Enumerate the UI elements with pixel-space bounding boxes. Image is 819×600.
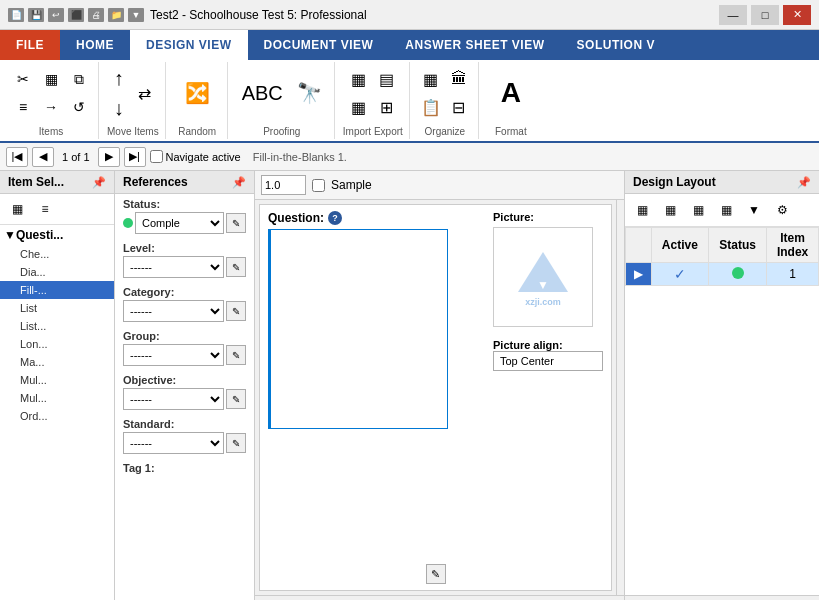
dropdown-arrow[interactable]: ▼ — [128, 8, 144, 22]
layout-btn3[interactable]: ▦ — [685, 197, 711, 223]
table-row[interactable]: ▶ ✓ 1 — [626, 263, 819, 286]
left-toolbar-btn2[interactable]: ≡ — [32, 196, 58, 222]
tab-solution[interactable]: SOLUTION V — [561, 30, 671, 60]
maximize-button[interactable]: □ — [751, 5, 779, 25]
tree-item-fill[interactable]: Fill-... — [0, 281, 114, 299]
move-up-button[interactable]: ↑ — [108, 64, 130, 92]
org-btn3[interactable]: 📋 — [418, 94, 444, 120]
undo-button[interactable]: ↺ — [66, 94, 92, 120]
table-btn1[interactable]: ▦ — [346, 66, 372, 92]
status-green-dot — [732, 267, 744, 279]
importexport-buttons: ▦ ▤ ▦ ⊞ — [346, 66, 400, 120]
vertical-scrollbar[interactable] — [616, 200, 624, 595]
tree-item-dia[interactable]: Dia... — [0, 263, 114, 281]
org-btn1[interactable]: ▦ — [418, 66, 444, 92]
copy-button[interactable]: ⧉ — [66, 66, 92, 92]
sample-checkbox[interactable] — [312, 179, 325, 192]
minimize-button[interactable]: — — [719, 5, 747, 25]
shuffle-button[interactable]: ⇄ — [132, 80, 158, 106]
tree-item-mul2[interactable]: Mul... — [0, 389, 114, 407]
tree-item-list[interactable]: List — [0, 299, 114, 317]
items-group-content: ✂ ▦ ⧉ ≡ → ↺ — [10, 64, 92, 122]
tab-answer-sheet[interactable]: ANSWER SHEET VIEW — [389, 30, 560, 60]
edit-pencil-icon[interactable]: ✎ — [426, 564, 446, 584]
question-text-input[interactable] — [268, 229, 448, 429]
bottom-icon: ✎ — [426, 564, 446, 584]
layout-settings[interactable]: ⚙ — [769, 197, 795, 223]
question-label: Question: ? — [268, 211, 485, 225]
list-button[interactable]: ≡ — [10, 94, 36, 120]
question-info-icon[interactable]: ? — [328, 211, 342, 225]
status-edit-btn[interactable]: ✎ — [226, 213, 246, 233]
cut-button[interactable]: ✂ — [10, 66, 36, 92]
nav-next-button[interactable]: ▶ — [98, 147, 120, 167]
layout-btn1[interactable]: ▦ — [629, 197, 655, 223]
tab-file[interactable]: FILE — [0, 30, 60, 60]
table-btn4[interactable]: ⊞ — [374, 94, 400, 120]
org-btn2[interactable]: 🏛 — [446, 66, 472, 92]
spell-button[interactable]: ABC — [236, 79, 289, 107]
row-index: 1 — [767, 263, 819, 286]
group-edit-btn[interactable]: ✎ — [226, 345, 246, 365]
references-pin-icon[interactable]: 📌 — [232, 176, 246, 189]
level-label: Level: — [123, 242, 246, 254]
category-select[interactable]: ------ — [123, 300, 224, 322]
left-toolbar-btn1[interactable]: ▦ — [4, 196, 30, 222]
app-icon-2: 💾 — [28, 8, 44, 22]
objective-group: Objective: ------ ✎ — [115, 370, 254, 414]
move-down-button[interactable]: ↓ — [108, 94, 130, 122]
tab-design-view[interactable]: DESIGN VIEW — [130, 30, 248, 60]
layout-btn2[interactable]: ▦ — [657, 197, 683, 223]
nav-first-button[interactable]: |◀ — [6, 147, 28, 167]
horizontal-scrollbar[interactable] — [255, 595, 624, 600]
objective-edit-btn[interactable]: ✎ — [226, 389, 246, 409]
design-layout-hscroll[interactable] — [625, 595, 819, 600]
tree-item-ord[interactable]: Ord... — [0, 407, 114, 425]
move-group-content: ↑ ↓ ⇄ — [108, 64, 158, 122]
navigate-active-checkbox[interactable]: Navigate active — [150, 150, 241, 163]
references-panel: References 📌 Status: Comple ✎ Level: — [115, 171, 255, 600]
watermark: ▼ xzji.com — [513, 247, 573, 307]
layout-dropdown[interactable]: ▼ — [741, 197, 767, 223]
standard-edit-btn[interactable]: ✎ — [226, 433, 246, 453]
level-select[interactable]: ------ — [123, 256, 224, 278]
tab-document-view[interactable]: DOCUMENT VIEW — [248, 30, 390, 60]
binoculars-button[interactable]: 🔭 — [291, 79, 328, 107]
tree-item-che[interactable]: Che... — [0, 245, 114, 263]
random-group-content: 🔀 — [179, 64, 216, 122]
tree-item-mul[interactable]: Mul... — [0, 371, 114, 389]
table-btn2[interactable]: ▤ — [374, 66, 400, 92]
table-btn3[interactable]: ▦ — [346, 94, 372, 120]
tree-item-ma[interactable]: Ma... — [0, 353, 114, 371]
navigate-active-label: Navigate active — [166, 151, 241, 163]
category-edit-btn[interactable]: ✎ — [226, 301, 246, 321]
arrow-right-button[interactable]: → — [38, 94, 64, 120]
level-edit-btn[interactable]: ✎ — [226, 257, 246, 277]
nav-prev-button[interactable]: ◀ — [32, 147, 54, 167]
close-button[interactable]: ✕ — [783, 5, 811, 25]
nav-last-button[interactable]: ▶| — [124, 147, 146, 167]
tab-home[interactable]: HOME — [60, 30, 130, 60]
random-button[interactable]: 🔀 — [179, 79, 216, 107]
col-status: Status — [709, 228, 767, 263]
navigate-active-check[interactable] — [150, 150, 163, 163]
item-tree: ▼ Questi... Che... Dia... Fill-... List … — [0, 225, 114, 600]
design-layout-pin[interactable]: 📌 — [797, 176, 811, 189]
tree-item-lon[interactable]: Lon... — [0, 335, 114, 353]
tree-parent-questions[interactable]: ▼ Questi... — [0, 225, 114, 245]
org-btn4[interactable]: ⊟ — [446, 94, 472, 120]
group-select[interactable]: ------ — [123, 344, 224, 366]
pin-icon[interactable]: 📌 — [92, 176, 106, 189]
titlebar-left: 📄 💾 ↩ ⬛ 🖨 📁 ▼ Test2 - Schoolhouse Test 5… — [8, 8, 367, 22]
zoom-input[interactable] — [261, 175, 306, 195]
font-button[interactable]: A — [495, 75, 527, 111]
edit-area: Sample Question: ? Picture: — [255, 171, 624, 600]
objective-select[interactable]: ------ — [123, 388, 224, 410]
items-buttons-grid: ✂ ▦ ⧉ ≡ → ↺ — [10, 66, 92, 120]
tree-item-list2[interactable]: List... — [0, 317, 114, 335]
layout-btn4[interactable]: ▦ — [713, 197, 739, 223]
standard-select[interactable]: ------ — [123, 432, 224, 454]
grid-button[interactable]: ▦ — [38, 66, 64, 92]
status-select[interactable]: Comple — [135, 212, 224, 234]
window-controls[interactable]: — □ ✕ — [719, 5, 811, 25]
